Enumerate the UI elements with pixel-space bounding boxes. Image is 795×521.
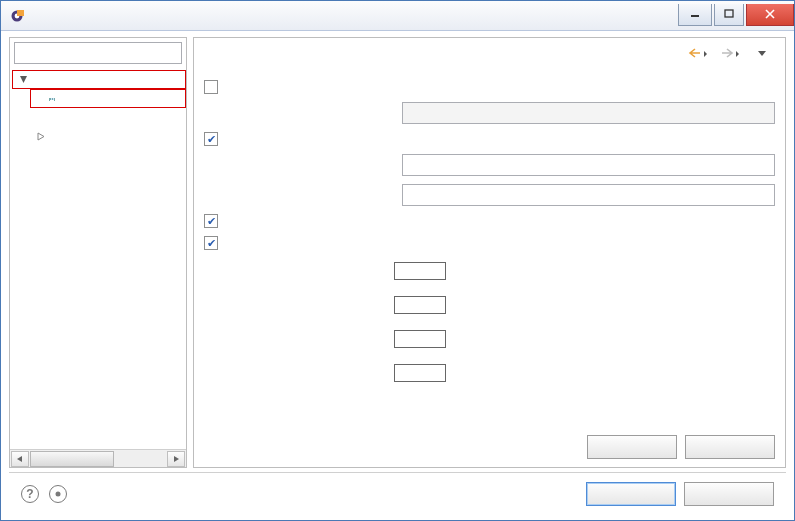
- scroll-left-button[interactable]: [11, 451, 29, 467]
- expand-icon[interactable]: [34, 131, 46, 143]
- stderr-color-swatch[interactable]: [394, 296, 446, 314]
- restore-defaults-button[interactable]: [587, 435, 677, 459]
- svg-marker-9: [38, 133, 44, 140]
- buffer-size-input[interactable]: [402, 154, 775, 176]
- app-icon: [9, 8, 25, 24]
- tab-width-input[interactable]: [402, 184, 775, 206]
- dialog-footer: ?: [9, 472, 786, 514]
- tree-item[interactable]: [30, 127, 186, 146]
- minimize-button[interactable]: [678, 4, 712, 26]
- limit-output-checkbox[interactable]: [204, 132, 218, 146]
- svg-marker-11: [174, 456, 179, 462]
- svg-marker-12: [704, 51, 707, 57]
- stdin-color-swatch[interactable]: [394, 330, 446, 348]
- bg-color-swatch[interactable]: [394, 364, 446, 382]
- nav-menu-button[interactable]: [749, 44, 775, 62]
- titlebar[interactable]: [1, 1, 794, 31]
- svg-rect-3: [17, 10, 24, 16]
- cancel-button[interactable]: [684, 482, 774, 506]
- svg-rect-5: [725, 10, 733, 17]
- category-tree-panel: [9, 37, 187, 468]
- nav-forward-button[interactable]: [717, 44, 743, 62]
- stdout-color-swatch[interactable]: [394, 262, 446, 280]
- tree-item[interactable]: [30, 146, 186, 165]
- expand-icon[interactable]: [17, 74, 29, 86]
- import-export-icon[interactable]: [49, 485, 67, 503]
- svg-marker-13: [736, 51, 739, 57]
- tree-item-run-debug[interactable]: [12, 70, 186, 89]
- nav-back-button[interactable]: [685, 44, 711, 62]
- svg-marker-10: [17, 456, 22, 462]
- show-stdout-checkbox[interactable]: [204, 214, 218, 228]
- svg-point-15: [56, 491, 61, 496]
- settings-panel: [193, 37, 786, 468]
- apply-button[interactable]: [685, 435, 775, 459]
- ok-button[interactable]: [586, 482, 676, 506]
- tree-item-console[interactable]: [30, 89, 186, 108]
- fixed-width-checkbox[interactable]: [204, 80, 218, 94]
- help-icon[interactable]: ?: [21, 485, 39, 503]
- filter-input[interactable]: [14, 42, 182, 64]
- show-stderr-checkbox[interactable]: [204, 236, 218, 250]
- svg-marker-8: [20, 76, 27, 83]
- scroll-track[interactable]: [30, 451, 166, 467]
- max-char-width-input: [402, 102, 775, 124]
- tree-item[interactable]: [30, 108, 186, 127]
- scroll-right-button[interactable]: [167, 451, 185, 467]
- horizontal-scrollbar[interactable]: [10, 449, 186, 467]
- tree-item[interactable]: [30, 165, 186, 184]
- maximize-button[interactable]: [714, 4, 744, 26]
- category-tree[interactable]: [10, 68, 186, 449]
- svg-marker-14: [758, 51, 766, 56]
- scroll-thumb[interactable]: [30, 451, 114, 467]
- tree-item[interactable]: [30, 184, 186, 203]
- preferences-window: ?: [0, 0, 795, 521]
- close-button[interactable]: [746, 4, 794, 26]
